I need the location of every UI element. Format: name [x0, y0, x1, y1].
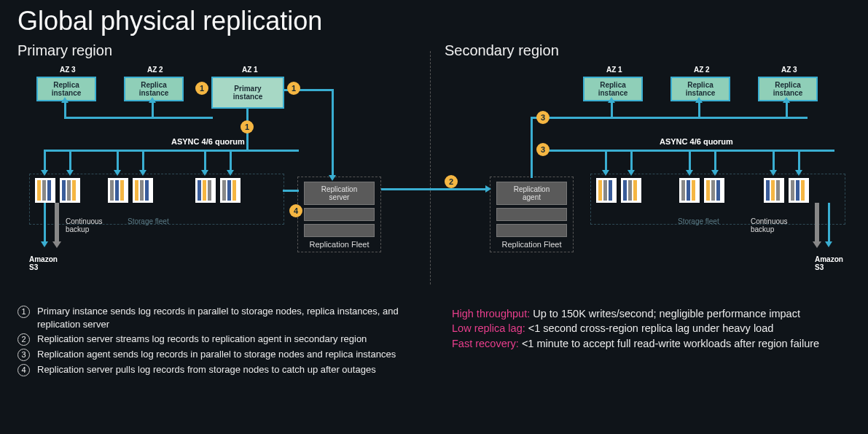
secondary-replication-fleet: Replicationagent Replication Fleet — [490, 177, 574, 252]
replication-server-box: Replicationserver — [304, 182, 375, 205]
ah-replica3 — [61, 97, 69, 103]
p-node-2 — [60, 178, 80, 203]
s-drop-3 — [689, 150, 691, 171]
p-node-6 — [220, 178, 241, 203]
s-dh-5 — [770, 170, 777, 176]
p-drop-2 — [69, 150, 71, 171]
primary-repl-fleet-label: Replication Fleet — [304, 240, 375, 249]
secondary-az3-label: AZ 3 — [781, 66, 797, 74]
p-drop-1 — [44, 150, 46, 171]
ah-cross-region — [485, 185, 491, 193]
secondary-repl-empty-1 — [496, 208, 567, 221]
benefit-2-text: <1 second cross-region replica lag under… — [525, 322, 774, 334]
step-badge-1c: 1 — [241, 120, 254, 133]
secondary-backup-label: Continuousbackup — [751, 217, 788, 233]
benefits-block: High throughput: Up to 150K writes/secon… — [452, 306, 853, 351]
s-dh-2 — [627, 170, 635, 176]
p-s3-ah-1 — [41, 241, 48, 247]
s-rep-v3 — [786, 101, 788, 118]
s-node-1 — [596, 178, 617, 203]
legend-text-2: Replication server streams log records t… — [37, 333, 367, 346]
legend-num-3: 3 — [17, 349, 30, 361]
benefit-2: Low replica lag: <1 second cross-region … — [452, 321, 853, 336]
legend-text-1: Primary instance sends log records in pa… — [37, 305, 426, 330]
steps-legend: 1Primary instance sends log records in p… — [17, 305, 426, 379]
s-dh-4 — [711, 170, 719, 176]
p-s3-ah-2 — [52, 241, 61, 248]
secondary-storage-fleet-label: Storage fleet — [678, 217, 719, 225]
p-node-5 — [195, 178, 216, 203]
secondary-s3-label: AmazonS3 — [815, 255, 843, 271]
benefit-1-label: High throughput: — [452, 308, 530, 319]
step-badge-4: 4 — [289, 204, 302, 217]
s-drop-2 — [630, 150, 633, 171]
primary-az3-label: AZ 3 — [60, 66, 76, 74]
replication-agent-box: Replicationagent — [496, 182, 567, 205]
s-s3-ah-g — [813, 241, 821, 248]
secondary-az1-label: AZ 1 — [606, 66, 622, 74]
s-rep-ah1 — [608, 97, 615, 103]
legend-num-4: 4 — [17, 364, 30, 376]
arrow-cross-region — [381, 188, 487, 190]
legend-row-3: 3Replication agent sends log records in … — [17, 348, 426, 361]
s-s3-arrow-b — [828, 203, 830, 243]
s-dh-6 — [795, 170, 802, 176]
primary-region-label: Primary region — [17, 42, 112, 59]
s-rep-v2 — [698, 101, 700, 118]
legend-row-4: 4Replication server pulls log records fr… — [17, 363, 426, 376]
arrow-to-replica2-v — [152, 101, 154, 118]
primary-repl-empty-1 — [304, 208, 375, 221]
ah-replica2 — [149, 97, 156, 103]
s-rep-ah2 — [695, 97, 703, 103]
p-drop-3 — [117, 150, 119, 171]
s-rep-v1 — [611, 101, 613, 118]
arrow-primary-to-replicas-h — [64, 117, 213, 119]
primary-async-label: ASYNC 4/6 quorum — [171, 137, 245, 146]
s-drop-1 — [605, 150, 607, 171]
p-drop-5 — [204, 150, 206, 171]
legend-num-2: 2 — [17, 333, 30, 346]
p-node-1 — [35, 178, 55, 203]
p-dh-5 — [201, 170, 208, 176]
agent-up-v — [531, 117, 533, 178]
secondary-repl-empty-2 — [496, 224, 567, 237]
s-drop-5 — [773, 150, 775, 171]
primary-async-bus — [44, 150, 299, 152]
s-node-5 — [764, 178, 784, 203]
benefit-2-label: Low replica lag: — [452, 322, 525, 334]
p-dh-2 — [66, 170, 74, 176]
benefit-3-label: Fast recovery: — [452, 338, 519, 349]
benefit-1: High throughput: Up to 150K writes/secon… — [452, 306, 853, 321]
p-drop-4 — [142, 150, 144, 171]
s-dh-1 — [602, 170, 609, 176]
p-node-3 — [108, 178, 128, 203]
s-dh-3 — [686, 170, 693, 176]
s-drop-4 — [714, 150, 716, 171]
secondary-async-label: ASYNC 4/6 quorum — [660, 137, 733, 146]
primary-az2-label: AZ 2 — [147, 66, 163, 74]
s-drop-6 — [798, 150, 800, 171]
primary-replication-fleet: Replicationserver Replication Fleet — [297, 177, 381, 252]
legend-num-1: 1 — [17, 306, 30, 318]
secondary-repl-fleet-label: Replication Fleet — [496, 240, 567, 249]
legend-row-1: 1Primary instance sends log records in p… — [17, 305, 426, 330]
arrow-primary-right-v — [332, 89, 334, 177]
region-divider — [430, 51, 431, 284]
secondary-az2-label: AZ 2 — [694, 66, 710, 74]
primary-backup-label: Continuousbackup — [66, 217, 103, 233]
legend-row-2: 2Replication server streams log records … — [17, 333, 426, 346]
agent-to-replicas-h — [531, 117, 808, 119]
primary-instance: Primaryinstance — [211, 77, 284, 109]
p-dh-3 — [114, 170, 121, 176]
step-badge-3a: 3 — [536, 111, 550, 124]
step-badge-1b: 1 — [287, 82, 300, 95]
s-rep-ah3 — [783, 97, 790, 103]
slide-title: Global physical replication — [0, 0, 868, 36]
s-s3-arrow-g — [815, 203, 819, 243]
primary-repl-empty-2 — [304, 224, 375, 237]
primary-storage-fleet-label: Storage fleet — [128, 217, 169, 225]
step-badge-1a: 1 — [195, 82, 208, 95]
benefit-3-text: <1 minute to accept full read-write work… — [519, 338, 819, 349]
s-node-4 — [704, 178, 724, 203]
ah-primary-to-replserver — [329, 175, 336, 181]
